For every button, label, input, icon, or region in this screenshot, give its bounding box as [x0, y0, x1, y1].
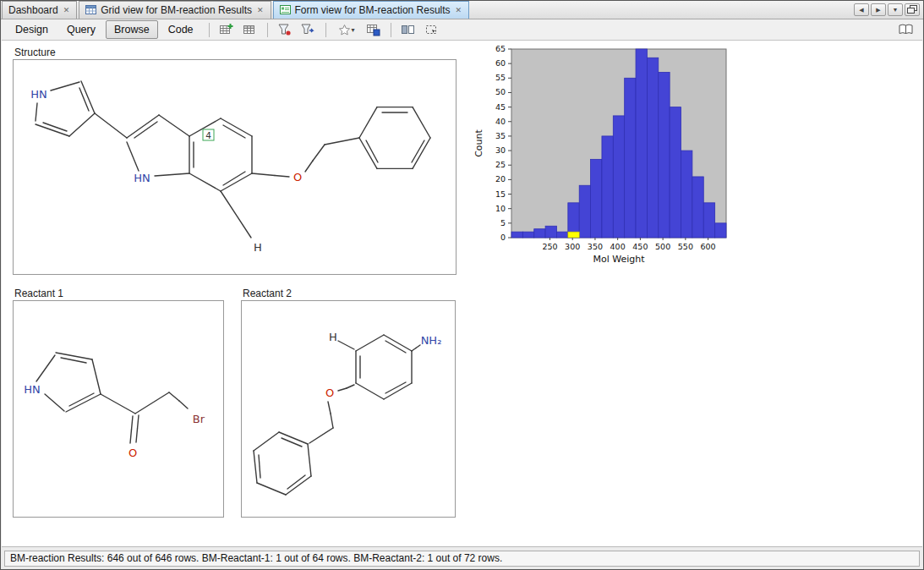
form-view-icon [280, 4, 291, 15]
svg-text:45: 45 [495, 102, 506, 112]
tab-form-view-label: Form view for BM-reaction Results [295, 4, 451, 16]
svg-text:350: 350 [588, 242, 603, 251]
reactant2-canvas[interactable]: H NH₂ [241, 300, 456, 518]
filter-icon [277, 23, 292, 36]
toolbar-separator [209, 23, 210, 37]
menu-design[interactable]: Design [7, 20, 57, 39]
tab-dashboard-label: Dashboard [8, 4, 58, 16]
workbook-button[interactable] [894, 21, 916, 39]
tab-grid-view[interactable]: Grid view for BM-reaction Results ✕ [79, 1, 271, 19]
toolbar-separator [267, 23, 268, 37]
select-region-icon [424, 23, 439, 36]
tab-close-icon[interactable]: ✕ [63, 6, 71, 14]
reactant1-molecule-drawing: HN O Br [14, 301, 223, 517]
scroll-tabs-right-button[interactable]: ▶ [871, 3, 886, 16]
atom-label: HN [24, 383, 41, 396]
svg-text:500: 500 [655, 242, 670, 251]
structure-molecule-drawing: HN HN [14, 60, 456, 274]
atom-label: O [325, 386, 334, 399]
structure-canvas[interactable]: HN HN [13, 59, 457, 275]
favorites-button[interactable]: ▾ [332, 21, 361, 39]
atom-label: HN [30, 88, 47, 101]
tab-grid-view-label: Grid view for BM-reaction Results [101, 4, 252, 16]
dropdown-caret-icon: ▾ [352, 26, 355, 34]
new-grid-button[interactable] [216, 21, 238, 39]
svg-text:10: 10 [495, 204, 506, 213]
menu-browse[interactable]: Browse [106, 20, 158, 39]
restore-window-icon [907, 5, 917, 14]
svg-text:40: 40 [495, 117, 506, 126]
save-grid-button[interactable] [363, 21, 385, 39]
restore-window-button[interactable] [905, 3, 920, 16]
tile-layout-icon [401, 23, 415, 36]
favorites-star-icon [338, 24, 351, 36]
clear-filter-icon [301, 23, 315, 36]
svg-text:400: 400 [610, 242, 626, 251]
edit-grid-icon [243, 23, 257, 36]
atom-label: NH₂ [421, 334, 442, 347]
svg-text:600: 600 [701, 242, 716, 251]
tab-close-icon[interactable]: ✕ [455, 6, 463, 14]
tab-form-view[interactable]: Form view for BM-reaction Results ✕ [273, 1, 470, 19]
atom-label: H [254, 241, 262, 254]
filter-button[interactable] [274, 21, 296, 39]
svg-text:450: 450 [632, 242, 648, 251]
reactant2-panel: Reactant 2 H [241, 288, 456, 518]
select-region-button[interactable] [421, 21, 443, 39]
atom-map-number: 4 [205, 130, 211, 140]
atom-label: Br [193, 413, 205, 425]
svg-text:50: 50 [495, 87, 506, 96]
atom-label: O [128, 447, 137, 459]
reactant2-panel-title: Reactant 2 [243, 288, 456, 299]
scroll-tabs-left-button[interactable]: ◀ [854, 3, 869, 16]
structure-panel: Structure HN [13, 47, 457, 275]
tab-close-icon[interactable]: ✕ [256, 6, 265, 14]
svg-text:35: 35 [495, 131, 506, 140]
reactant1-canvas[interactable]: HN O Br [13, 300, 224, 518]
tab-list-button[interactable]: ▼ [888, 3, 903, 16]
svg-text:60: 60 [495, 58, 506, 68]
tab-controls: ◀ ▶ ▼ [854, 3, 923, 19]
svg-text:15: 15 [495, 189, 506, 199]
atom-label: HN [134, 172, 150, 184]
app-window: Dashboard ✕ Grid view for BM-reaction Re… [0, 0, 924, 570]
svg-text:Count: Count [473, 129, 484, 156]
menu-code[interactable]: Code [160, 20, 202, 39]
svg-text:5: 5 [500, 218, 506, 227]
svg-text:550: 550 [678, 242, 693, 251]
svg-text:65: 65 [495, 44, 506, 53]
svg-text:0: 0 [500, 233, 506, 242]
tile-layout-button[interactable] [397, 21, 419, 39]
svg-text:25: 25 [495, 160, 506, 169]
mol-weight-histogram[interactable]: 0510152025303540455055606525030035040045… [473, 42, 735, 272]
status-text: BM-reaction Results: 646 out of 646 rows… [4, 551, 920, 567]
toolbar: Design Query Browse Code [2, 19, 922, 41]
atom-label: H [329, 331, 337, 343]
tab-bar: Dashboard ✕ Grid view for BM-reaction Re… [1, 1, 923, 19]
new-grid-icon [219, 23, 233, 36]
svg-text:Mol Weight: Mol Weight [593, 254, 645, 265]
toolbar-separator [325, 23, 326, 37]
structure-panel-title: Structure [14, 47, 457, 58]
svg-text:20: 20 [495, 174, 506, 184]
status-bar: BM-reaction Results: 646 out of 646 rows… [2, 546, 922, 568]
reactant1-panel: Reactant 1 HN [13, 288, 224, 518]
svg-text:30: 30 [495, 145, 506, 155]
svg-text:55: 55 [495, 73, 506, 82]
workbook-icon [898, 23, 914, 36]
edit-grid-button[interactable] [239, 21, 261, 39]
atom-label: O [293, 171, 302, 184]
svg-text:300: 300 [565, 242, 580, 251]
grid-view-icon [85, 4, 96, 15]
save-grid-icon [366, 23, 380, 36]
clear-filter-button[interactable] [298, 21, 320, 39]
svg-text:250: 250 [542, 242, 557, 251]
form-view-content: Structure HN [2, 41, 922, 548]
menu-query[interactable]: Query [58, 20, 104, 39]
tab-dashboard[interactable]: Dashboard ✕ [2, 1, 77, 19]
reactant1-panel-title: Reactant 1 [14, 288, 224, 299]
toolbar-separator [391, 23, 391, 37]
reactant2-molecule-drawing: H NH₂ [242, 301, 455, 517]
